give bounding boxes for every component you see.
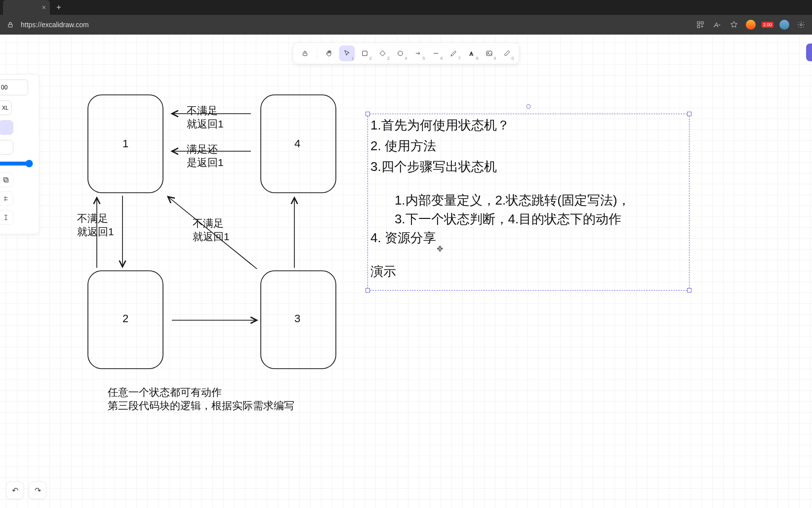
node-3-label: 3 [294,312,300,325]
hand-tool[interactable] [322,45,337,61]
resize-handle-ne[interactable] [687,112,691,116]
app-icon[interactable] [694,19,706,31]
resize-handle-sw[interactable] [365,288,370,293]
address-bar: https://excalidraw.com A» 2.00 [0,15,812,35]
undo-button[interactable]: ↶ [6,481,24,499]
layer-action-2[interactable] [0,191,13,206]
node-2 [88,271,163,369]
rectangle-tool[interactable]: 2 [357,45,373,61]
extension-2-icon[interactable]: 2.00 [762,19,773,31]
browser-chrome: × + https://excalidraw.com A» 2.00 [0,0,812,35]
lock-icon [5,19,16,30]
resize-handle-se[interactable] [687,288,691,293]
svg-rect-0 [8,24,12,27]
node-4 [261,95,336,193]
undo-redo-group: ↶ ↷ [6,481,46,499]
layer-action-3[interactable] [0,210,13,225]
svg-rect-9 [487,51,492,55]
layer-action-1[interactable] [0,172,13,187]
svg-text:A: A [470,51,474,56]
node-4-label: 4 [294,137,300,150]
image-tool[interactable]: 9 [482,45,497,61]
line-tool[interactable]: 6 [428,45,444,61]
share-button-edge[interactable] [806,43,812,61]
label-left: 不满足 就返回1 [77,212,114,239]
text-sub-1[interactable]: 1.内部变量定义，2.状态跳转(固定写法)， [380,192,630,209]
diagram-note: 任意一个状态都可有动作 第三段代码块的逻辑，根据实际需求编写 [108,385,294,413]
text-tool[interactable]: A8 [464,45,480,61]
svg-rect-6 [363,51,367,55]
svg-rect-1 [697,22,700,24]
text-line-3[interactable]: 3.四个步骤写出状态机 [370,158,497,175]
node-3 [261,271,336,369]
svg-point-7 [398,51,403,55]
ellipse-tool[interactable]: 4 [393,45,408,61]
settings-gear-icon[interactable] [795,19,807,31]
font-size-xl[interactable]: XL [0,100,12,115]
node-2-label: 2 [122,312,128,325]
svg-point-4 [800,24,802,26]
extension-3-icon[interactable] [778,19,790,31]
svg-rect-3 [697,25,700,28]
selection-tool[interactable]: 1 [339,45,355,61]
redo-button[interactable]: ↷ [29,481,46,499]
node-1 [88,95,163,193]
text-sub-2[interactable]: 3.下一个状态判断，4.目的状态下的动作 [380,211,621,228]
selected-option[interactable] [0,120,13,135]
excalidraw-canvas[interactable]: 1 2 3 4 5 6 7 A8 9 0 XL 1 4 2 [0,35,812,508]
label-mid: 满足还 是返回1 [187,142,224,169]
svg-rect-5 [303,53,307,55]
label-top: 不满足 就返回1 [187,104,224,131]
resize-handle-nw[interactable] [365,112,370,116]
new-tab-button[interactable]: + [52,0,66,14]
browser-right-icons: A» 2.00 [694,19,807,31]
diamond-tool[interactable]: 3 [375,45,391,61]
draw-tool[interactable]: 7 [446,45,462,61]
properties-panel: XL [0,74,40,234]
lock-tool[interactable] [297,45,313,61]
arrow-tool[interactable]: 5 [410,45,426,61]
svg-rect-12 [5,179,8,182]
opacity-input[interactable] [0,80,28,95]
move-cursor-icon: ✥ [437,244,443,254]
text-line-2[interactable]: 2. 使用方法 [370,137,436,155]
main-toolbar: 1 2 3 4 5 6 7 A8 9 0 [293,42,520,64]
text-line-4[interactable]: 4. 资源分享 [370,229,436,247]
node-1-label: 1 [122,137,128,150]
svg-rect-2 [701,22,703,24]
extension-1-icon[interactable] [745,19,757,31]
svg-rect-11 [3,177,7,181]
tab-strip: × + [0,0,812,15]
option-a[interactable] [0,140,13,155]
opacity-slider[interactable] [0,160,33,168]
label-diag: 不满足 就返回1 [193,216,230,244]
favorite-icon[interactable] [728,19,740,31]
text-line-5[interactable]: 演示 [370,263,396,280]
rotate-handle[interactable] [527,104,531,109]
url-text[interactable]: https://excalidraw.com [21,21,694,29]
browser-tab[interactable]: × [3,0,50,15]
close-tab-icon[interactable]: × [42,3,46,11]
read-aloud-icon[interactable]: A» [711,19,723,31]
eraser-tool[interactable]: 0 [499,45,515,61]
text-line-1[interactable]: 1.首先为何使用状态机？ [370,117,510,134]
toolbar-separator [317,47,318,59]
